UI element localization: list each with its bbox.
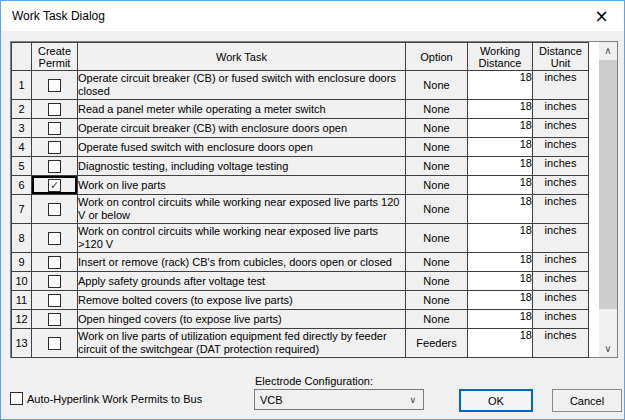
cancel-button[interactable]: Cancel — [552, 389, 622, 412]
electrode-configuration-select[interactable]: VCB ∨ — [254, 389, 424, 410]
create-permit-checkbox[interactable]: ✓ — [48, 179, 61, 192]
create-permit-checkbox[interactable] — [48, 203, 61, 216]
working-distance-cell[interactable]: 18 — [468, 176, 533, 195]
option-cell[interactable]: None — [406, 195, 468, 224]
create-permit-cell[interactable] — [32, 310, 78, 329]
work-task-table-body: 1 Operate circuit breaker (CB) or fused … — [12, 71, 589, 358]
work-task-cell: Operate circuit breaker (CB) or fused sw… — [78, 71, 406, 100]
option-cell[interactable]: None — [406, 253, 468, 272]
auto-hyperlink-label: Auto-Hyperlink Work Permits to Bus — [27, 393, 202, 405]
table-row: 8 Work on control circuits while working… — [12, 224, 589, 253]
row-number-cell[interactable]: 11 — [12, 291, 32, 310]
row-number-cell[interactable]: 13 — [12, 329, 32, 358]
scrollbar-thumb[interactable] — [599, 60, 617, 309]
option-cell[interactable]: None — [406, 138, 468, 157]
scroll-down-icon[interactable]: ∨ — [599, 340, 617, 357]
create-permit-checkbox[interactable] — [48, 313, 61, 326]
create-permit-cell[interactable] — [32, 71, 78, 100]
chevron-down-icon: ∨ — [409, 395, 423, 405]
create-permit-checkbox[interactable] — [48, 256, 61, 269]
working-distance-cell[interactable]: 18 — [468, 157, 533, 176]
create-permit-cell[interactable]: ✓ — [32, 176, 78, 195]
distance-unit-cell: inches — [533, 119, 589, 138]
table-row: 10 Apply safety grounds after voltage te… — [12, 272, 589, 291]
vertical-scrollbar[interactable]: ∧ ∨ — [599, 42, 617, 357]
create-permit-checkbox[interactable] — [48, 275, 61, 288]
work-task-cell: Diagnostic testing, including voltage te… — [78, 157, 406, 176]
create-permit-checkbox[interactable] — [48, 337, 61, 350]
work-task-cell: Insert or remove (rack) CB's from cubicl… — [78, 253, 406, 272]
auto-hyperlink-checkbox[interactable] — [10, 392, 23, 405]
row-number-cell[interactable]: 5 — [12, 157, 32, 176]
create-permit-cell[interactable] — [32, 224, 78, 253]
create-permit-cell[interactable] — [32, 195, 78, 224]
row-number-cell[interactable]: 4 — [12, 138, 32, 157]
create-permit-checkbox[interactable] — [48, 294, 61, 307]
row-number-cell[interactable]: 12 — [12, 310, 32, 329]
work-task-cell: Work on control circuits while working n… — [78, 224, 406, 253]
create-permit-cell[interactable] — [32, 272, 78, 291]
distance-unit-cell: inches — [533, 71, 589, 100]
row-number-cell[interactable]: 1 — [12, 71, 32, 100]
distance-unit-cell: inches — [533, 195, 589, 224]
row-number-cell[interactable]: 6 — [12, 176, 32, 195]
working-distance-cell[interactable]: 18 — [468, 310, 533, 329]
option-cell[interactable]: None — [406, 176, 468, 195]
work-task-grid: Create Permit Work Task Option Working D… — [11, 42, 589, 358]
work-task-cell: Work on live parts — [78, 176, 406, 195]
scroll-up-icon[interactable]: ∧ — [599, 42, 617, 59]
option-cell[interactable]: Feeders — [406, 329, 468, 358]
row-number-cell[interactable]: 2 — [12, 100, 32, 119]
working-distance-cell[interactable]: 18 — [468, 253, 533, 272]
create-permit-checkbox[interactable] — [48, 141, 61, 154]
work-task-cell: Work on control circuits while working n… — [78, 195, 406, 224]
create-permit-checkbox[interactable] — [48, 103, 61, 116]
option-cell[interactable]: None — [406, 291, 468, 310]
create-permit-checkbox[interactable] — [48, 232, 61, 245]
auto-hyperlink-checkbox-group[interactable]: Auto-Hyperlink Work Permits to Bus — [10, 392, 202, 405]
option-cell[interactable]: None — [406, 119, 468, 138]
option-cell[interactable]: None — [406, 310, 468, 329]
working-distance-cell[interactable]: 18 — [468, 100, 533, 119]
working-distance-cell[interactable]: 18 — [468, 138, 533, 157]
distance-unit-cell: inches — [533, 138, 589, 157]
create-permit-checkbox[interactable] — [48, 122, 61, 135]
row-number-cell[interactable]: 8 — [12, 224, 32, 253]
table-row: 7 Work on control circuits while working… — [12, 195, 589, 224]
row-number-cell[interactable]: 7 — [12, 195, 32, 224]
working-distance-cell[interactable]: 18 — [468, 195, 533, 224]
close-icon[interactable]: × — [579, 1, 624, 31]
option-cell[interactable]: None — [406, 71, 468, 100]
option-cell[interactable]: None — [406, 224, 468, 253]
create-permit-cell[interactable] — [32, 100, 78, 119]
create-permit-cell[interactable] — [32, 157, 78, 176]
distance-unit-cell: inches — [533, 291, 589, 310]
distance-unit-cell: inches — [533, 329, 589, 358]
create-permit-cell[interactable] — [32, 329, 78, 358]
working-distance-cell[interactable]: 18 — [468, 119, 533, 138]
row-number-cell[interactable]: 10 — [12, 272, 32, 291]
create-permit-cell[interactable] — [32, 291, 78, 310]
work-task-cell: Apply safety grounds after voltage test — [78, 272, 406, 291]
table-row: 4 Operate fused switch with enclosure do… — [12, 138, 589, 157]
create-permit-cell[interactable] — [32, 119, 78, 138]
row-number-cell[interactable]: 3 — [12, 119, 32, 138]
create-permit-checkbox[interactable] — [48, 160, 61, 173]
distance-unit-cell: inches — [533, 176, 589, 195]
working-distance-cell[interactable]: 18 — [468, 272, 533, 291]
option-cell[interactable]: None — [406, 100, 468, 119]
working-distance-cell[interactable]: 18 — [468, 329, 533, 358]
option-cell[interactable]: None — [406, 272, 468, 291]
ok-button[interactable]: OK — [459, 389, 533, 412]
create-permit-checkbox[interactable] — [48, 79, 61, 92]
electrode-configuration-label: Electrode Configuration: — [255, 375, 373, 387]
working-distance-cell[interactable]: 18 — [468, 291, 533, 310]
distance-unit-cell: inches — [533, 224, 589, 253]
header-option: Option — [406, 43, 468, 71]
create-permit-cell[interactable] — [32, 138, 78, 157]
option-cell[interactable]: None — [406, 157, 468, 176]
create-permit-cell[interactable] — [32, 253, 78, 272]
row-number-cell[interactable]: 9 — [12, 253, 32, 272]
working-distance-cell[interactable]: 18 — [468, 71, 533, 100]
working-distance-cell[interactable]: 18 — [468, 224, 533, 253]
